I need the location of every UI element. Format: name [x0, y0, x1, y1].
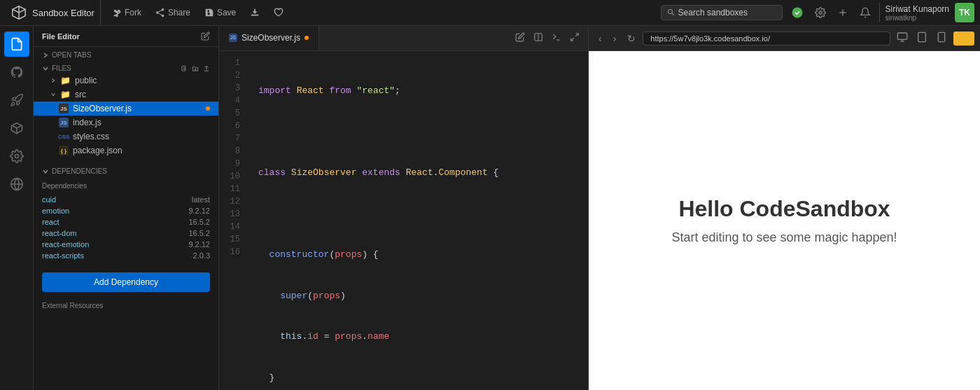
code-content[interactable]: import React from "react"; class SizeObs…	[247, 51, 588, 390]
files-icon	[10, 37, 24, 51]
search-input[interactable]	[678, 8, 776, 18]
dep-section-title: Dependencies	[42, 182, 210, 190]
file-item-public[interactable]: 📁 public	[34, 74, 218, 88]
mobile-icon	[936, 32, 947, 43]
preview-title: Hello CodeSandbox	[678, 196, 890, 222]
dep-version-react: 16.5.2	[188, 218, 210, 226]
svg-line-26	[571, 38, 574, 41]
back-button[interactable]: ‹	[594, 30, 606, 47]
search-area[interactable]	[661, 5, 783, 20]
favorite-button[interactable]	[268, 5, 289, 20]
preview-url-input[interactable]	[643, 32, 890, 46]
add-dependency-button[interactable]: Add Dependency	[42, 272, 210, 292]
dep-version-react-emotion: 9.2.12	[188, 240, 210, 249]
sidebar-item-packages[interactable]	[4, 116, 29, 141]
split-icon	[533, 32, 543, 42]
console-btn[interactable]	[549, 29, 564, 47]
dep-name-react[interactable]: react	[42, 218, 59, 226]
files-section[interactable]: Files	[34, 60, 218, 74]
dep-name-emotion[interactable]: emotion	[42, 207, 69, 215]
sidebar-item-globe[interactable]	[4, 172, 29, 197]
desktop-view-btn[interactable]	[893, 29, 911, 48]
file-tree: 📁 public 📁 src JS SizeObserver.js JS ind…	[34, 74, 218, 158]
line-num-6: 6	[219, 120, 247, 132]
add-icon-btn[interactable]	[834, 4, 851, 21]
download-button[interactable]	[244, 5, 265, 20]
open-tabs-label: Open Tabs	[52, 51, 91, 59]
share-icon	[155, 8, 165, 18]
sidebar-item-deploy[interactable]	[4, 88, 29, 113]
forward-button[interactable]: ›	[609, 30, 621, 47]
dep-emotion[interactable]: emotion 9.2.12	[42, 205, 210, 216]
edit-icon[interactable]	[201, 32, 210, 41]
save-icon	[204, 8, 214, 18]
logo-area: Sandbox Editor	[6, 0, 101, 25]
desktop-icon	[897, 32, 908, 43]
line-num-1: 1	[219, 57, 247, 69]
preview-view-buttons	[893, 29, 951, 48]
preview-color-box[interactable]	[953, 32, 974, 46]
js-icon-sizeobserver: JS	[59, 104, 69, 113]
heart-icon	[274, 8, 284, 18]
file-item-sizeobserver[interactable]: JS SizeObserver.js	[34, 102, 218, 116]
line-num-12: 12	[219, 195, 247, 208]
upload-icon[interactable]	[203, 65, 210, 72]
settings-gear-icon	[815, 7, 826, 18]
dep-react-scripts[interactable]: react-scripts 2.0.3	[42, 250, 210, 261]
settings-icon-btn[interactable]	[812, 4, 829, 21]
preview-content: Hello CodeSandbox Start editing to see s…	[589, 51, 980, 390]
notifications-icon-btn[interactable]	[857, 4, 874, 21]
chevron-right-icon-sm	[50, 78, 56, 83]
user-name: Siriwat Kunaporn	[886, 4, 949, 14]
dep-version-emotion: 9.2.12	[188, 207, 210, 215]
save-button[interactable]: Save	[199, 5, 241, 20]
line-num-15: 15	[219, 233, 247, 246]
edit-layout-btn[interactable]	[512, 29, 528, 47]
dependencies-section[interactable]: Dependencies	[34, 163, 218, 176]
new-file-icon[interactable]	[181, 65, 188, 72]
dep-name-react-dom[interactable]: react-dom	[42, 229, 77, 237]
dep-react-emotion[interactable]: react-emotion 9.2.12	[42, 239, 210, 250]
svg-line-6	[671, 13, 673, 15]
app-title: Sandbox Editor	[32, 8, 94, 18]
line-num-10: 10	[219, 170, 247, 183]
dep-name-react-scripts[interactable]: react-scripts	[42, 251, 84, 260]
file-name-sizeobserver: SizeObserver.js	[73, 104, 132, 113]
download-icon	[250, 8, 260, 18]
files-label: Files	[52, 64, 175, 72]
add-icon	[837, 7, 848, 18]
user-avatar[interactable]: TK	[955, 3, 974, 22]
sidebar: File Editor Open Tabs Files	[34, 26, 219, 390]
line-num-4: 4	[219, 95, 247, 107]
mobile-view-btn[interactable]	[932, 29, 951, 48]
file-item-index[interactable]: JS index.js	[34, 116, 218, 130]
sidebar-item-settings[interactable]	[4, 144, 29, 169]
open-tabs-section[interactable]: Open Tabs	[34, 47, 218, 60]
code-line-8: }	[258, 371, 577, 385]
file-item-src[interactable]: 📁 src	[34, 88, 218, 102]
live-icon-btn[interactable]	[788, 4, 806, 22]
tablet-view-btn[interactable]	[913, 29, 931, 48]
console-icon	[552, 32, 561, 42]
code-editor[interactable]: 1 2 3 4 5 6 7 8 9 10 11 12 13 14 15 16 i…	[219, 51, 588, 390]
share-button[interactable]: Share	[150, 5, 196, 20]
tab-sizeobserver[interactable]: JS SizeObserver.js	[219, 26, 319, 50]
refresh-button[interactable]: ↻	[623, 30, 640, 47]
line-num-11: 11	[219, 183, 247, 195]
chevron-down-icon2	[42, 168, 49, 175]
file-item-styles[interactable]: CSS styles.css	[34, 130, 218, 144]
line-num-3: 3	[219, 82, 247, 95]
file-item-package[interactable]: { } package.json	[34, 144, 218, 158]
dep-name-cuid[interactable]: cuid	[42, 195, 56, 204]
expand-btn[interactable]	[567, 29, 582, 47]
dep-name-react-emotion[interactable]: react-emotion	[42, 240, 89, 249]
fork-button[interactable]: Fork	[106, 5, 147, 20]
search-icon	[667, 8, 676, 17]
sidebar-item-github[interactable]	[4, 60, 29, 85]
dep-react-dom[interactable]: react-dom 16.5.2	[42, 228, 210, 239]
sidebar-item-files[interactable]	[4, 32, 29, 57]
new-folder-icon[interactable]	[192, 65, 199, 72]
split-editor-btn[interactable]	[531, 29, 546, 47]
dep-cuid[interactable]: cuid latest	[42, 194, 210, 205]
dep-react[interactable]: react 16.5.2	[42, 216, 210, 228]
